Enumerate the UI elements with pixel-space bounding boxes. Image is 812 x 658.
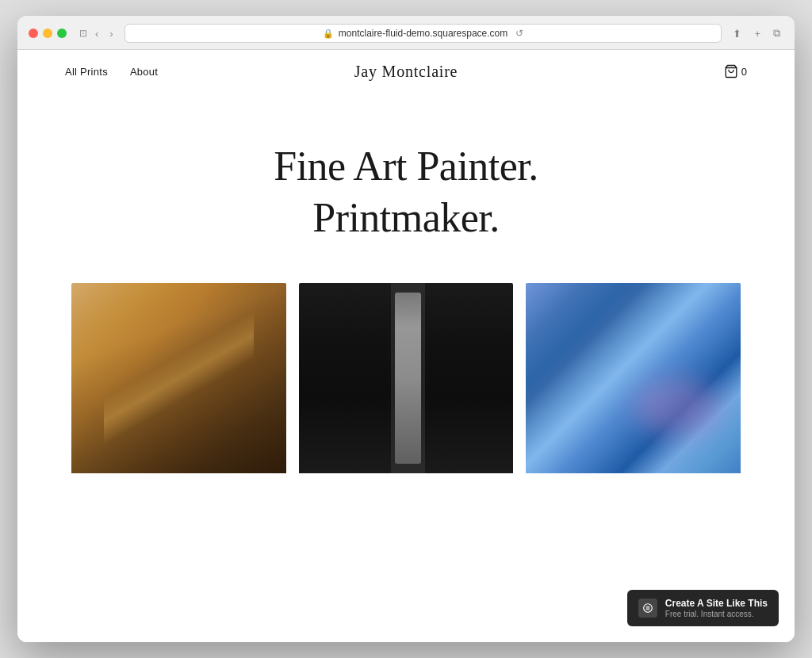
browser-controls: ⊡ ‹ › (79, 26, 117, 41)
lock-icon: 🔒 (323, 29, 334, 39)
duplicate-button[interactable]: ⧉ (770, 25, 783, 41)
site-header: All Prints About Jay Montclaire 0 (17, 50, 795, 93)
squarespace-logo (638, 599, 657, 618)
gallery-section: Create A Site Like This Free trial. Inst… (17, 283, 795, 642)
site-title[interactable]: Jay Montclaire (354, 63, 458, 81)
minimize-button[interactable] (43, 29, 52, 38)
browser-window: ⊡ ‹ › 🔒 montclaire-fluid-demo.squarespac… (17, 16, 795, 642)
window-tile-button[interactable]: ⊡ (79, 28, 87, 39)
gallery-item-1[interactable] (71, 283, 286, 642)
close-button[interactable] (29, 29, 38, 38)
refresh-icon[interactable]: ↺ (515, 28, 523, 39)
hero-section: Fine Art Painter. Printmaker. (17, 93, 795, 283)
url-text: montclaire-fluid-demo.squarespace.com (339, 28, 508, 39)
artwork-3 (526, 283, 741, 473)
ss-badge-title: Create A Site Like This (665, 598, 768, 609)
gallery-item-2[interactable] (299, 283, 514, 642)
browser-chrome: ⊡ ‹ › 🔒 montclaire-fluid-demo.squarespac… (17, 16, 795, 50)
artwork-2 (299, 283, 514, 473)
cart-icon (724, 64, 738, 78)
website-content: All Prints About Jay Montclaire 0 Fine A… (17, 50, 795, 642)
artwork-1 (71, 283, 286, 473)
ss-badge-text: Create A Site Like This Free trial. Inst… (665, 598, 768, 618)
ss-logo-icon (642, 603, 653, 614)
cart-button[interactable]: 0 (724, 64, 747, 78)
ss-badge-subtitle: Free trial. Instant access. (665, 610, 768, 618)
cart-count: 0 (741, 66, 747, 78)
hero-title: Fine Art Painter. Printmaker. (274, 140, 538, 243)
forward-button[interactable]: › (106, 26, 116, 41)
new-tab-button[interactable]: + (751, 26, 764, 41)
share-button[interactable]: ⬆ (730, 26, 745, 41)
squarespace-badge[interactable]: Create A Site Like This Free trial. Inst… (627, 590, 779, 626)
nav-all-prints[interactable]: All Prints (65, 66, 108, 78)
nav-right: 0 (724, 64, 747, 78)
browser-actions: ⬆ + ⧉ (730, 25, 783, 41)
nav-left: All Prints About (65, 66, 158, 78)
maximize-button[interactable] (57, 29, 67, 38)
address-bar[interactable]: 🔒 montclaire-fluid-demo.squarespace.com … (124, 24, 722, 43)
hero-line-2: Printmaker. (312, 195, 499, 240)
back-button[interactable]: ‹ (92, 26, 102, 41)
traffic-lights (29, 29, 67, 38)
gallery-item-3[interactable] (526, 283, 741, 642)
hero-line-1: Fine Art Painter. (274, 143, 538, 189)
nav-about[interactable]: About (130, 66, 158, 78)
